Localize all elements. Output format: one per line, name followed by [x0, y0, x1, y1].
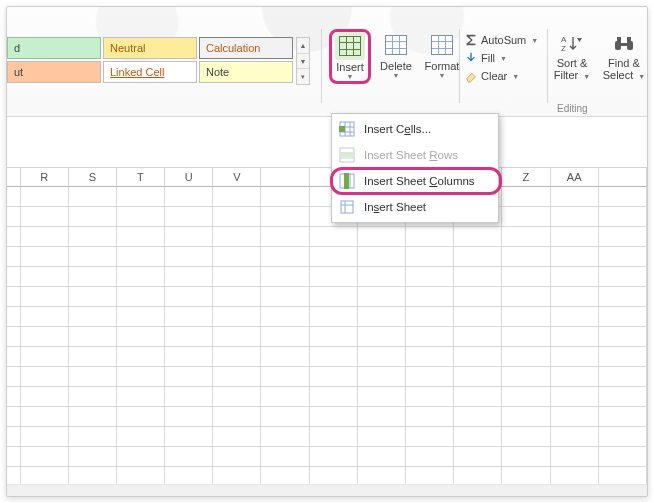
- cell[interactable]: [7, 407, 21, 427]
- cell[interactable]: [69, 427, 117, 447]
- cell[interactable]: [69, 447, 117, 467]
- cell[interactable]: [310, 447, 358, 467]
- horizontal-scrollbar[interactable]: [7, 484, 647, 496]
- cell[interactable]: [502, 367, 550, 387]
- cell[interactable]: [165, 367, 213, 387]
- column-header[interactable]: [261, 167, 309, 187]
- cell[interactable]: [165, 247, 213, 267]
- style-chip-neutral[interactable]: Neutral: [103, 37, 197, 59]
- cell[interactable]: [551, 387, 599, 407]
- menu-insert-cells[interactable]: Insert Cells...: [332, 116, 498, 142]
- gallery-up-button[interactable]: ▲: [297, 38, 309, 54]
- cell[interactable]: [261, 187, 309, 207]
- column-header[interactable]: AA: [551, 167, 599, 187]
- cell[interactable]: [165, 307, 213, 327]
- cell[interactable]: [213, 447, 261, 467]
- cell[interactable]: [261, 327, 309, 347]
- column-header[interactable]: T: [117, 167, 165, 187]
- find-select-button[interactable]: Find & Select ▼: [602, 31, 646, 81]
- cell[interactable]: [7, 287, 21, 307]
- cell[interactable]: [69, 367, 117, 387]
- cell[interactable]: [117, 207, 165, 227]
- cell[interactable]: [502, 407, 550, 427]
- delete-button[interactable]: Delete ▼: [375, 29, 417, 84]
- menu-insert-sheet[interactable]: Insert Sheet: [332, 194, 498, 220]
- cell[interactable]: [454, 287, 502, 307]
- gallery-down-button[interactable]: ▼: [297, 54, 309, 70]
- menu-insert-sheet-columns[interactable]: Insert Sheet Columns: [332, 168, 498, 194]
- cell[interactable]: [213, 207, 261, 227]
- cell[interactable]: [502, 347, 550, 367]
- cell[interactable]: [165, 267, 213, 287]
- cell[interactable]: [551, 207, 599, 227]
- cell[interactable]: [310, 227, 358, 247]
- cell[interactable]: [7, 307, 21, 327]
- cell[interactable]: [261, 407, 309, 427]
- cell[interactable]: [21, 427, 69, 447]
- cell[interactable]: [358, 347, 406, 367]
- cell[interactable]: [165, 347, 213, 367]
- cell[interactable]: [454, 447, 502, 467]
- cell[interactable]: [69, 407, 117, 427]
- cell[interactable]: [261, 287, 309, 307]
- cell[interactable]: [69, 207, 117, 227]
- cell[interactable]: [21, 247, 69, 267]
- cell[interactable]: [7, 367, 21, 387]
- cell[interactable]: [69, 227, 117, 247]
- worksheet-grid[interactable]: RSTUVZAA: [7, 167, 647, 496]
- cell[interactable]: [310, 327, 358, 347]
- cell[interactable]: [551, 267, 599, 287]
- gallery-more-button[interactable]: ▾: [297, 69, 309, 84]
- cell[interactable]: [213, 287, 261, 307]
- cell[interactable]: [117, 307, 165, 327]
- cell[interactable]: [165, 187, 213, 207]
- cell[interactable]: [358, 387, 406, 407]
- cell[interactable]: [7, 247, 21, 267]
- cell[interactable]: [406, 307, 454, 327]
- cell[interactable]: [358, 367, 406, 387]
- cell[interactable]: [599, 187, 647, 207]
- cell[interactable]: [454, 387, 502, 407]
- cell[interactable]: [117, 287, 165, 307]
- cell[interactable]: [21, 227, 69, 247]
- cell[interactable]: [502, 207, 550, 227]
- cell[interactable]: [165, 287, 213, 307]
- cell[interactable]: [358, 307, 406, 327]
- cell[interactable]: [454, 247, 502, 267]
- cell[interactable]: [551, 187, 599, 207]
- cell[interactable]: [551, 247, 599, 267]
- cell[interactable]: [21, 367, 69, 387]
- cell[interactable]: [502, 287, 550, 307]
- cell[interactable]: [454, 427, 502, 447]
- cell[interactable]: [213, 367, 261, 387]
- cell[interactable]: [599, 367, 647, 387]
- cell[interactable]: [454, 347, 502, 367]
- cell[interactable]: [310, 287, 358, 307]
- sort-filter-button[interactable]: A Z Sort & Filter ▼: [550, 31, 594, 81]
- cell[interactable]: [406, 427, 454, 447]
- cell[interactable]: [69, 267, 117, 287]
- cell[interactable]: [454, 367, 502, 387]
- cell[interactable]: [551, 407, 599, 427]
- style-chip-linked-cell[interactable]: Linked Cell: [103, 61, 197, 83]
- cell[interactable]: [165, 207, 213, 227]
- cell[interactable]: [117, 247, 165, 267]
- cell[interactable]: [310, 407, 358, 427]
- cell[interactable]: [551, 327, 599, 347]
- cell[interactable]: [454, 307, 502, 327]
- cell[interactable]: [7, 187, 21, 207]
- cell[interactable]: [310, 307, 358, 327]
- cell[interactable]: [358, 427, 406, 447]
- cell[interactable]: [599, 307, 647, 327]
- cell[interactable]: [21, 327, 69, 347]
- cell[interactable]: [213, 327, 261, 347]
- cell[interactable]: [502, 187, 550, 207]
- cell[interactable]: [454, 407, 502, 427]
- cell[interactable]: [21, 187, 69, 207]
- cell[interactable]: [599, 327, 647, 347]
- cell[interactable]: [406, 267, 454, 287]
- cell[interactable]: [117, 367, 165, 387]
- cell[interactable]: [213, 247, 261, 267]
- cell[interactable]: [213, 347, 261, 367]
- cell[interactable]: [7, 327, 21, 347]
